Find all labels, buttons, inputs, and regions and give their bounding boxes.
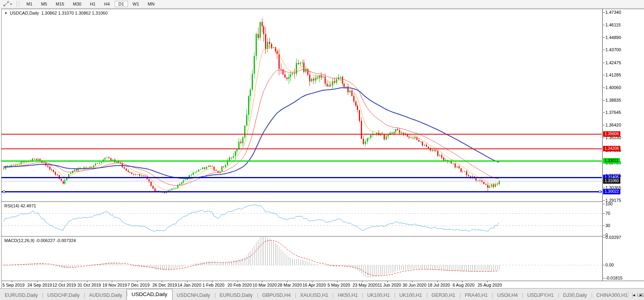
chart-tab-usdchf-daily[interactable]: USDCHF,Daily <box>43 291 84 300</box>
date-axis-tick-mark <box>387 281 388 282</box>
date-axis-label: 7 Dec 2019 <box>128 283 150 287</box>
date-axis-tick-mark <box>187 281 187 282</box>
price-level-badge: 1.35606 <box>603 131 620 137</box>
date-axis-tick-mark <box>487 281 488 282</box>
tabs-scroll-left-button[interactable]: ◄ <box>632 293 636 297</box>
chart-tab-ger30-h1[interactable]: GER30,H1 <box>427 291 460 300</box>
date-axis-label: 16 Apr 2020 <box>303 283 326 287</box>
date-axis-tick-mark <box>162 281 162 282</box>
chart-tab-audusd-daily[interactable]: AUDUSD,Daily <box>84 291 127 300</box>
date-axis-label: 18 Jul 2020 <box>428 283 450 287</box>
date-axis-tick-mark <box>87 281 87 282</box>
tabs-scroll-arrows: ◄ ► <box>628 292 643 298</box>
date-axis-label: 24 Sep 2019 <box>28 283 52 287</box>
date-axis-label: 25 Aug 2020 <box>478 283 502 287</box>
macd-axis-tick: 0.00 <box>605 263 614 267</box>
price-axis-tick: 1.42475 <box>605 60 621 65</box>
price-level-badge: 1.30022 <box>603 189 620 194</box>
chart-tab-hk50-h1[interactable]: HK50,H1 <box>333 291 362 300</box>
chart-tab-usdcnh-daily[interactable]: USDCNH,Daily <box>172 291 215 300</box>
tabs-scroll-right-button[interactable]: ► <box>639 293 643 297</box>
price-chart-canvas[interactable] <box>2 9 602 201</box>
macd-axis-tick: -0.01815 <box>605 276 622 280</box>
price-axis-tick: 1.37645 <box>605 110 621 115</box>
date-axis-tick-mark <box>237 281 238 282</box>
date-axis-label: 30 Jun 2020 <box>403 283 427 287</box>
date-axis-label: 11 Jun 2020 <box>378 283 401 287</box>
timeframe-button-mn[interactable]: MN <box>144 1 158 7</box>
date-axis-label: 14 Jan 2020 <box>178 283 202 287</box>
date-axis-tick-mark <box>262 281 262 282</box>
date-axis-tick-mark <box>362 281 362 282</box>
panel-divider[interactable] <box>2 236 644 237</box>
chart-tab-xauusd-h1[interactable]: XAUUSD,H1 <box>295 291 333 300</box>
timeframe-button-d1[interactable]: D1 <box>115 1 128 7</box>
date-axis-label: 28 Mar 2020 <box>278 283 302 287</box>
rsi-axis-tick: 30 <box>605 223 610 228</box>
chart-ohlc-values: 1.30862 1.31070 1.30862 1.31060 <box>41 11 108 15</box>
timeframe-toolbar: ▾ M1M5M15M30H1H4D1W1MN <box>0 0 644 8</box>
date-axis[interactable]: 5 Sep 201924 Sep 201912 Oct 201931 Oct 2… <box>2 281 644 289</box>
panel-divider[interactable] <box>2 201 644 202</box>
price-axis-tick: 1.44890 <box>605 35 621 40</box>
chart-tab-gbpusd-h4[interactable]: GBPUSD,H4 <box>258 291 295 300</box>
date-axis-tick-mark <box>462 281 462 282</box>
price-level-badge: 1.33011 <box>603 158 620 164</box>
chart-tab-uk100-h1[interactable]: UK100,H1 <box>362 291 395 300</box>
macd-indicator-canvas[interactable] <box>2 237 602 280</box>
price-level-badge: 1.34206 <box>603 146 620 151</box>
date-axis-label: 12 Oct 2019 <box>52 283 76 287</box>
date-axis-tick-mark <box>287 281 288 282</box>
line-studies-tool-button[interactable]: ▾ <box>2 1 13 7</box>
date-axis-label: 5 May 2020 <box>328 283 350 287</box>
chart-tab-usdjpy-h1[interactable]: USDJPY,H1 <box>522 291 558 300</box>
date-axis-tick-mark <box>137 281 137 282</box>
timeframe-buttons-group: M1M5M15M30H1H4D1W1MN <box>22 1 159 7</box>
timeframe-button-m5[interactable]: M5 <box>37 1 51 7</box>
rsi-axis-tick: 70 <box>605 211 610 216</box>
chart-tabs-bar: EURUSD,DailyUSDCHF,DailyAUDUSD,DailyUSDC… <box>0 288 644 300</box>
chart-tab-usoil-h4[interactable]: USOil,H4 <box>492 291 522 300</box>
date-axis-tick-mark <box>112 281 112 282</box>
rsi-indicator-canvas[interactable] <box>2 202 602 236</box>
collapse-triangle-icon[interactable]: ▼ <box>4 11 7 15</box>
chart-tab-uk100-h1[interactable]: UK100,H1 <box>395 291 427 300</box>
date-axis-tick-mark <box>412 281 412 282</box>
timeframe-button-h4[interactable]: H4 <box>100 1 113 7</box>
chart-tab-eurusd-daily[interactable]: EURUSD,Daily <box>0 291 43 300</box>
chevron-down-icon[interactable]: ▾ <box>10 2 12 6</box>
date-axis-label: 10 Mar 2020 <box>252 283 277 287</box>
chart-tab-fra40-h1[interactable]: FRA40,H1 <box>460 291 492 300</box>
chart-tab-dj30-daily[interactable]: DJ30,Daily <box>559 291 592 300</box>
date-axis-tick-mark <box>437 281 438 282</box>
date-axis-label: 5 Sep 2019 <box>2 283 24 287</box>
price-axis-tick: 1.43700 <box>605 47 621 52</box>
price-axis-tick: 1.47340 <box>605 10 621 15</box>
timeframe-button-m1[interactable]: M1 <box>22 1 36 7</box>
timeframe-button-h1[interactable]: H1 <box>86 1 99 7</box>
date-axis-label: 26 Dec 2019 <box>152 283 177 287</box>
rsi-label: RSI(14) 42.4971 <box>4 203 36 208</box>
date-axis-tick-mark <box>62 281 62 282</box>
chart-tab-eurusd-daily[interactable]: EURUSD,Daily <box>215 291 258 300</box>
chart-tab-china300-h1[interactable]: CHINA300,H1 <box>592 291 632 300</box>
date-axis-label: 1 Feb 2020 <box>202 283 225 287</box>
trading-platform-window: ▾ M1M5M15M30H1H4D1W1MN ▼ USDCAD,Daily 1.… <box>0 0 644 300</box>
date-axis-label: 6 Aug 2020 <box>453 283 475 287</box>
date-axis-tick-mark <box>312 281 312 282</box>
date-axis-tick-mark <box>12 281 12 282</box>
date-axis-label: 19 Nov 2019 <box>102 283 127 287</box>
line-studies-icon <box>4 1 9 7</box>
date-axis-tick-mark <box>212 281 212 282</box>
price-axis-tick: 1.36420 <box>605 123 621 127</box>
date-axis-label: 23 May 2020 <box>353 283 378 287</box>
timeframe-button-m15[interactable]: M15 <box>52 1 68 7</box>
chart-tab-usdcad-daily[interactable]: USDCAD,Daily <box>126 289 173 300</box>
timeframe-button-w1[interactable]: W1 <box>129 1 143 7</box>
price-axis[interactable]: 1.473401.461151.448901.437001.424751.412… <box>602 9 644 281</box>
price-axis-tick: 1.40060 <box>605 85 621 90</box>
timeframe-button-m30[interactable]: M30 <box>69 1 85 7</box>
chart-symbol-label: USDCAD,Daily <box>10 11 39 15</box>
macd-axis-tick: 0.03297 <box>605 235 621 240</box>
toolbar-grip-handle[interactable] <box>17 1 19 7</box>
